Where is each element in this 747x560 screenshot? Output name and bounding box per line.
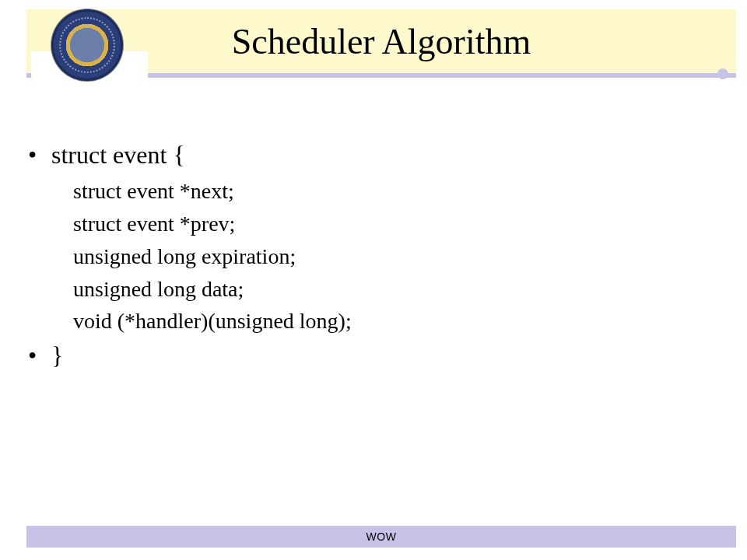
code-line: struct event *next;	[25, 177, 716, 206]
slide: Scheduler Algorithm struct event { struc…	[0, 0, 747, 560]
code-line: unsigned long data;	[25, 275, 716, 304]
logo-area	[40, 5, 142, 120]
footer-label: WOW	[366, 530, 397, 543]
bullet-struct-open: struct event {	[25, 138, 716, 172]
page-title: Scheduler Algorithm	[232, 21, 531, 62]
footer-band: WOW	[26, 526, 736, 548]
bullet-struct-close: }	[25, 339, 716, 373]
code-line: void (*handler)(unsigned long);	[25, 306, 716, 336]
university-seal-icon	[51, 9, 123, 81]
code-line: struct event *prev;	[25, 209, 716, 239]
slide-body: struct event { struct event *next; struc…	[25, 138, 716, 377]
code-line: unsigned long expiration;	[25, 242, 716, 271]
decorative-dot	[717, 68, 728, 79]
